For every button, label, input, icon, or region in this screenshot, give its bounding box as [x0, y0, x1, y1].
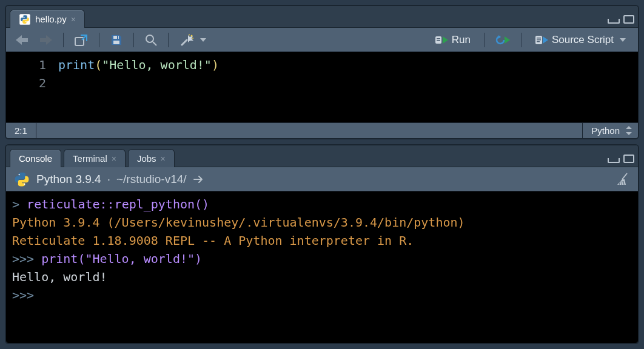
code-tools-button[interactable] [176, 32, 210, 48]
svg-point-10 [189, 34, 190, 35]
editor-tabs: hello.py × [6, 6, 638, 28]
find-button[interactable] [141, 32, 161, 48]
svg-point-19 [19, 174, 20, 175]
python-icon [13, 171, 30, 188]
rerun-button[interactable] [492, 32, 514, 48]
run-button-label: Run [452, 34, 471, 46]
file-tab-hello-py[interactable]: hello.py × [10, 10, 85, 28]
chevron-down-icon [200, 38, 206, 42]
pane-maximize-icon[interactable] [623, 15, 634, 24]
line-number-gutter: 1 2 [6, 52, 55, 122]
tab-terminal-label: Terminal [73, 153, 107, 164]
source-button-label: Source Script [552, 34, 614, 46]
tab-jobs-label: Jobs [137, 153, 156, 164]
clear-console-icon[interactable] [615, 171, 631, 187]
pane-window-controls [608, 15, 634, 27]
pane-minimize-icon[interactable] [608, 158, 620, 163]
svg-point-20 [24, 183, 25, 184]
svg-point-9 [191, 35, 193, 36]
svg-point-7 [146, 35, 153, 42]
console-stdout: Hello, world! [12, 270, 107, 284]
pane-window-controls [608, 155, 634, 167]
editor-toolbar: Run Source Script [6, 28, 638, 52]
language-selector[interactable]: Python [582, 123, 638, 138]
python-prompt: >>> [12, 251, 41, 266]
svg-rect-18 [537, 41, 540, 42]
close-tab-icon[interactable]: × [112, 154, 116, 164]
svg-rect-13 [437, 38, 440, 39]
file-tab-label: hello.py [35, 14, 67, 24]
line-number: 1 [6, 56, 46, 74]
code-content: print("Hello, world!") [55, 52, 638, 122]
svg-line-21 [622, 173, 627, 179]
svg-point-1 [23, 16, 24, 16]
python-version: Python 3.9.4 [36, 173, 101, 186]
svg-line-8 [153, 42, 156, 45]
tab-console-label: Console [19, 153, 52, 164]
pane-minimize-icon[interactable] [608, 19, 620, 24]
tab-console[interactable]: Console [10, 149, 61, 167]
goto-directory-icon[interactable] [193, 174, 205, 184]
run-button[interactable]: Run [429, 32, 477, 48]
console-info-sep: · [107, 173, 110, 186]
python-file-icon [19, 13, 31, 25]
pane-maximize-icon[interactable] [623, 155, 634, 163]
back-button[interactable] [12, 32, 32, 48]
svg-rect-5 [113, 41, 119, 44]
console-command: print("Hello, world!") [41, 251, 202, 266]
svg-point-2 [26, 22, 27, 22]
console-pane: Console Terminal × Jobs × Python 3.9.4 ·… [5, 144, 639, 344]
source-script-button[interactable]: Source Script [529, 32, 632, 48]
console-message: Python 3.9.4 (/Users/kevinushey/.virtual… [12, 215, 465, 230]
editor-pane: hello.py × [5, 5, 639, 139]
console-tabs: Console Terminal × Jobs × [6, 145, 638, 167]
r-prompt: > [12, 197, 27, 211]
working-directory: ~/rstudio-v14/ [116, 173, 187, 186]
console-info-bar: Python 3.9.4 · ~/rstudio-v14/ [6, 167, 638, 191]
close-tab-icon[interactable]: × [161, 154, 166, 164]
tab-terminal[interactable]: Terminal × [64, 149, 126, 167]
code-editor[interactable]: 1 2 print("Hello, world!") [6, 52, 638, 122]
svg-rect-16 [537, 38, 541, 39]
close-tab-icon[interactable]: × [71, 15, 76, 24]
svg-rect-17 [537, 39, 541, 41]
forward-button[interactable] [36, 32, 56, 48]
console-message: Reticulate 1.18.9008 REPL -- A Python in… [12, 233, 414, 248]
svg-rect-14 [437, 40, 440, 41]
console-command: reticulate::repl_python() [27, 197, 209, 211]
show-in-new-window-button[interactable] [71, 32, 92, 48]
editor-status-bar: 2:1 Python [6, 122, 638, 138]
line-number: 2 [6, 74, 46, 92]
svg-point-11 [192, 38, 193, 39]
save-button[interactable] [107, 32, 126, 48]
console-output[interactable]: > reticulate::repl_python() Python 3.9.4… [6, 191, 638, 343]
svg-rect-6 [117, 36, 118, 39]
chevron-down-icon [620, 38, 626, 42]
tab-jobs[interactable]: Jobs × [128, 149, 175, 167]
cursor-position: 2:1 [6, 123, 36, 138]
python-prompt: >>> [12, 288, 41, 302]
